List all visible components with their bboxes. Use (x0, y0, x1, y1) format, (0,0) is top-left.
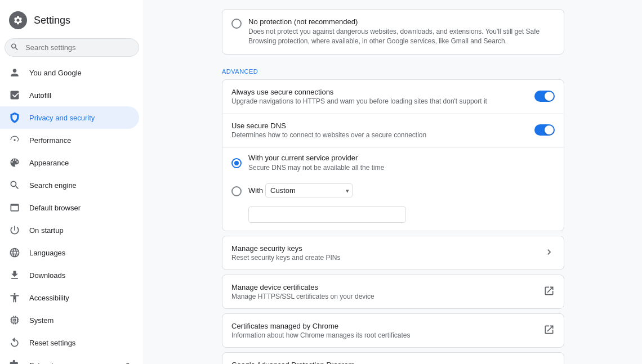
dns-custom-input[interactable] (248, 206, 406, 223)
dns-custom-select-wrap[interactable]: Custom Google (Public DNS) Cloudflare (1… (265, 183, 353, 197)
no-protection-radio[interactable] (231, 19, 242, 29)
no-protection-desc: Does not protect you against dangerous w… (248, 27, 555, 46)
external-link-icon: ↗ (123, 360, 130, 365)
external-link-certs-icon (543, 285, 555, 298)
certs-managed-chrome-text: Certificates managed by Chrome Informati… (231, 322, 539, 339)
manage-device-certs-card: Manage device certificates Manage HTTPS/… (222, 275, 564, 309)
sidebar-label-on-startup: On startup (29, 226, 130, 235)
dns-current-provider-radio[interactable] (231, 158, 242, 168)
manage-device-certs-desc: Manage HTTPS/SSL certificates on your de… (231, 293, 539, 300)
sidebar-label-performance: Performance (29, 136, 130, 145)
always-use-https-row[interactable]: Always use secure connections Upgrade na… (222, 80, 564, 114)
manage-security-keys-row[interactable]: Manage security keys Reset security keys… (222, 236, 564, 269)
sidebar-header: Settings (0, 5, 144, 38)
sidebar-item-search-engine[interactable]: Search engine (0, 174, 139, 196)
dns-current-provider-desc: Secure DNS may not be available all the … (248, 163, 384, 173)
manage-security-keys-title: Manage security keys (231, 244, 539, 253)
sidebar-item-downloads[interactable]: Downloads (0, 264, 139, 286)
use-secure-dns-section: Use secure DNS Determines how to connect… (222, 114, 564, 231)
dns-custom-select[interactable]: Custom Google (Public DNS) Cloudflare (1… (265, 183, 353, 197)
dns-custom-radio[interactable] (231, 186, 242, 196)
use-secure-dns-title: Use secure DNS (231, 122, 534, 130)
always-use-https-toggle[interactable] (534, 91, 555, 102)
certs-managed-chrome-card: Certificates managed by Chrome Informati… (222, 313, 564, 348)
search-icon (10, 42, 19, 53)
google-advanced-protection-row[interactable]: Google Advanced Protection Program Safeg… (222, 353, 564, 364)
use-secure-dns-row[interactable]: Use secure DNS Determines how to connect… (222, 114, 564, 147)
manage-security-keys-card: Manage security keys Reset security keys… (222, 236, 564, 270)
manage-security-keys-text: Manage security keys Reset security keys… (231, 244, 539, 262)
sidebar-label-appearance: Appearance (29, 159, 130, 167)
dns-input-row (231, 203, 555, 223)
sidebar-item-autofill[interactable]: Autofill (0, 84, 139, 106)
no-protection-text: No protection (not recommended) Does not… (248, 17, 555, 46)
sidebar-item-default-browser[interactable]: Default browser (0, 196, 139, 219)
dns-current-provider-row[interactable]: With your current service provider Secur… (231, 148, 555, 178)
sidebar-label-languages: Languages (29, 249, 130, 257)
always-use-https-text: Always use secure connections Upgrade na… (231, 88, 534, 105)
always-use-https-title: Always use secure connections (231, 88, 534, 96)
sidebar-item-on-startup[interactable]: On startup (0, 219, 139, 241)
use-secure-dns-text: Use secure DNS Determines how to connect… (231, 122, 534, 139)
manage-device-certs-row[interactable]: Manage device certificates Manage HTTPS/… (222, 275, 564, 308)
autofill-icon (9, 89, 20, 101)
languages-icon (9, 247, 20, 258)
no-protection-title: No protection (not recommended) (248, 17, 555, 26)
sidebar-item-system[interactable]: System (0, 309, 139, 331)
google-advanced-protection-card: Google Advanced Protection Program Safeg… (222, 352, 564, 364)
advanced-section-label: Advanced (222, 59, 564, 79)
dns-custom-row[interactable]: With Custom Google (Public DNS) Cloudfla… (231, 178, 555, 203)
sidebar-label-extensions: Extensions (29, 361, 65, 365)
sidebar-item-appearance[interactable]: Appearance (0, 151, 139, 174)
use-secure-dns-desc: Determines how to connect to websites ov… (231, 131, 534, 139)
manage-security-keys-desc: Reset security keys and create PINs (231, 254, 539, 262)
use-secure-dns-toggle[interactable] (534, 124, 555, 136)
sidebar-item-you-and-google[interactable]: You and Google (0, 61, 139, 84)
sidebar-label-search-engine: Search engine (29, 181, 130, 190)
certs-managed-chrome-desc: Information about how Chrome manages its… (231, 331, 539, 339)
system-icon (9, 314, 20, 326)
main-content: No protection (not recommended) Does not… (144, 0, 642, 364)
sidebar-label-autofill: Autofill (29, 91, 130, 100)
no-protection-option[interactable]: No protection (not recommended) Does not… (222, 10, 564, 54)
sidebar-label-downloads: Downloads (29, 271, 130, 280)
appearance-icon (9, 157, 20, 168)
sidebar-label-privacy-security: Privacy and security (29, 114, 130, 122)
sidebar-label-reset-settings: Reset settings (29, 339, 130, 347)
manage-device-certs-title: Manage device certificates (231, 283, 539, 291)
sidebar-item-reset-settings[interactable]: Reset settings (0, 331, 139, 354)
google-advanced-protection-text: Google Advanced Protection Program Safeg… (231, 361, 539, 364)
shield-icon (9, 112, 20, 123)
certs-managed-chrome-row[interactable]: Certificates managed by Chrome Informati… (222, 314, 564, 347)
app-title: Settings (34, 15, 70, 26)
certs-managed-chrome-title: Certificates managed by Chrome (231, 322, 539, 330)
dns-current-provider-title: With your current service provider (248, 154, 384, 162)
search-bar[interactable] (5, 38, 139, 57)
reset-icon (9, 337, 20, 348)
always-use-https-desc: Upgrade navigations to HTTPS and warn yo… (231, 97, 534, 105)
sidebar-item-performance[interactable]: Performance (0, 129, 139, 151)
dns-custom-with-label: With (248, 186, 263, 195)
sidebar-item-privacy-security[interactable]: Privacy and security (0, 106, 139, 129)
performance-icon (9, 134, 20, 146)
advanced-settings-card: Always use secure connections Upgrade na… (222, 79, 564, 232)
accessibility-icon (9, 292, 20, 303)
extensions-icon (9, 359, 20, 364)
sidebar-item-languages[interactable]: Languages (0, 241, 139, 264)
browser-icon (9, 202, 20, 213)
sidebar-label-you-and-google: You and Google (29, 69, 130, 77)
person-icon (9, 67, 20, 78)
dns-custom-wrap: With Custom Google (Public DNS) Cloudfla… (248, 183, 353, 197)
dns-options-section: With your current service provider Secur… (222, 147, 564, 231)
sidebar-label-accessibility: Accessibility (29, 294, 130, 302)
external-link-managed-icon (543, 324, 555, 337)
chevron-right-icon (543, 246, 555, 259)
manage-device-certs-text: Manage device certificates Manage HTTPS/… (231, 283, 539, 300)
search-input[interactable] (5, 38, 139, 57)
downloads-icon (9, 269, 20, 281)
sidebar-label-system: System (29, 316, 130, 325)
sidebar-item-accessibility[interactable]: Accessibility (0, 286, 139, 309)
google-advanced-protection-title: Google Advanced Protection Program (231, 361, 539, 364)
no-protection-card: No protection (not recommended) Does not… (222, 9, 564, 55)
sidebar-item-extensions[interactable]: Extensions ↗ (0, 354, 139, 364)
